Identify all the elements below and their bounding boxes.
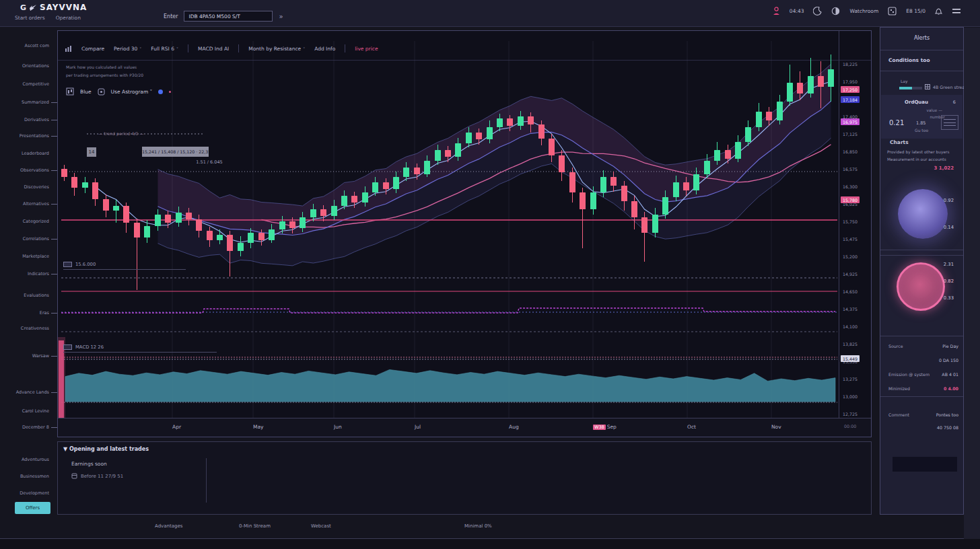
comment-row: CommentPontes too — [888, 412, 958, 417]
sidebar-item[interactable]: Development — [20, 490, 49, 496]
bell-icon[interactable] — [935, 7, 942, 15]
time-tick: Oct — [687, 424, 696, 430]
sidebar-item[interactable]: Leaderboard — [22, 151, 49, 156]
footer-link[interactable]: 0-Min Stream — [239, 523, 271, 529]
right-edge-strip — [964, 28, 980, 539]
ohlc-legend: 15,241 / 15,408 / 15,120 · 22,351 — [142, 147, 209, 157]
alerts-dark-button[interactable] — [893, 457, 957, 472]
sidebar-item[interactable]: Advance Lands — [16, 390, 49, 395]
alerts-panel: Alerts Conditions too Lay 4B Green strea… — [880, 27, 964, 515]
price-tick: 16,850 — [843, 149, 858, 154]
contrast-icon[interactable] — [831, 7, 840, 15]
sidebar-tick — [51, 313, 57, 314]
sidebar-item[interactable]: Summarized — [22, 100, 49, 105]
user-icon[interactable] — [773, 7, 780, 15]
alerts-title: Alerts — [880, 35, 963, 41]
sidebar-item[interactable]: Businessmen — [20, 474, 49, 479]
price-badge: 16,975 — [841, 118, 860, 125]
sidebar-item[interactable]: Adventurous — [22, 457, 49, 462]
sidebar-item[interactable]: Categorized — [23, 219, 49, 224]
sidebar-tick — [51, 274, 57, 274]
volume-indicator-label[interactable]: 15.6.000 — [63, 262, 186, 270]
indicator-icon — [63, 344, 72, 350]
symbol-input[interactable] — [184, 11, 273, 22]
price-tick: 17,125 — [843, 132, 858, 137]
price-tick: 14,100 — [843, 324, 858, 329]
footer-link[interactable]: Minimal 0% — [464, 523, 492, 529]
top-nav-1[interactable]: Operation — [56, 15, 81, 21]
menu-icon[interactable] — [952, 8, 961, 15]
macd-indicator-label[interactable]: MACD 12 26 — [63, 344, 217, 353]
sidebar-item[interactable]: Derivatives — [24, 117, 49, 122]
ratio-label: E8 15/0 — [906, 8, 925, 14]
comment-row: 40 750 08 — [888, 425, 958, 430]
orders-widget[interactable]: OrdQuau 6 value — number 0.21 1.85 Gu to… — [881, 95, 963, 139]
footer-links: Advantages0-Min StreamWebcastMinimal 0% — [57, 523, 872, 534]
sidebar-item[interactable]: Ascott com — [25, 43, 49, 48]
sidebar-item[interactable]: Correlations — [23, 236, 49, 242]
sidebar-item[interactable]: Warsaw — [32, 353, 49, 359]
time-tick: Apr — [172, 424, 181, 430]
desc-value: 3 1,022 — [934, 166, 954, 171]
trend-note: — trend period 4/0 — — [98, 131, 144, 136]
conditions-label[interactable]: Conditions too — [888, 57, 930, 63]
bottom-panel-item[interactable]: Before 11 27/9 51 — [71, 473, 123, 479]
price-tick: 13,000 — [843, 394, 858, 399]
legend-sub-values: 1.51 / 6.045 — [159, 159, 260, 165]
sidebar-tick — [51, 392, 57, 393]
sidebar-item[interactable]: Alternatives — [23, 201, 49, 207]
source-row: Emission @ systemAB 4 01 — [888, 372, 958, 377]
watch-label[interactable]: Watchroom — [849, 8, 878, 14]
bottom-panel-title[interactable]: ▼ Opening and latest trades — [63, 446, 149, 452]
price-tick: 14,925 — [843, 272, 858, 277]
chevrons-icon[interactable]: » — [279, 13, 283, 20]
moon-icon[interactable] — [813, 7, 822, 15]
sidebar-item[interactable]: Indicators — [28, 271, 49, 277]
sidebar-item[interactable]: Discoveries — [24, 184, 49, 190]
symbol-search: Enter » — [164, 11, 283, 22]
price-tick: 15,750 — [843, 219, 858, 224]
price-tick: 14,650 — [843, 289, 858, 294]
source-row: SourcePie Day — [888, 344, 958, 349]
price-axis[interactable]: 18,22517,95017,67517,40017,12516,85016,5… — [839, 31, 872, 418]
sidebar-item[interactable]: Evaluations — [24, 293, 49, 298]
sidebar-tick — [51, 170, 57, 171]
top-nav-0[interactable]: Start orders — [15, 15, 45, 21]
utc-label: 00:00 — [844, 424, 856, 429]
price-badge: 17,250 — [841, 86, 860, 93]
charts-label[interactable]: Charts — [890, 139, 909, 145]
price-tick: 13,275 — [843, 377, 858, 381]
session-time: 04:43 — [790, 8, 804, 14]
divider — [206, 458, 207, 503]
sidebar-item[interactable]: Creativeness — [21, 326, 49, 331]
time-badge: W38 — [593, 425, 606, 430]
price-badge: 15,780 — [841, 196, 860, 203]
sidebar-item[interactable]: Competitive — [22, 81, 49, 87]
logo-g: G — [20, 3, 26, 12]
candlestick-chart[interactable] — [58, 31, 871, 437]
footer-link[interactable]: Webcast — [311, 523, 331, 529]
sidebar-item[interactable]: Eras — [40, 310, 49, 316]
sidebar-item[interactable]: Orientations — [22, 63, 49, 69]
sidebar-item[interactable]: Presentations — [20, 133, 49, 139]
sidebar-action-button[interactable]: Offers — [15, 502, 50, 514]
purple-gauge — [898, 189, 948, 239]
time-axis[interactable]: AprMayJunJulAugW38SepOctNov00:00 — [58, 418, 871, 437]
gauge2-value: 0.33 — [944, 295, 954, 301]
top-bar: G SAYVVNA Start ordersOperation Enter » … — [0, 0, 980, 27]
grid-icon — [925, 84, 930, 89]
sidebar-item[interactable]: Carol Levine — [22, 408, 49, 414]
top-right-cluster: 04:43 Watchroom E8 15/0 — [773, 7, 961, 15]
sidebar-item[interactable]: Marketplace — [22, 254, 49, 259]
sidebar-item[interactable]: December 8 — [22, 425, 49, 430]
apps-grid-icon[interactable] — [888, 7, 897, 15]
price-tick: 14,375 — [843, 307, 858, 312]
chart-card: ComparePeriod 30˅Full RSI 6˅MACD Ind AIM… — [57, 30, 872, 437]
widget-title: OrdQuau — [905, 100, 928, 105]
widget-minibox — [941, 115, 958, 130]
bottom-panel: ▼ Opening and latest trades Earnings soo… — [57, 441, 872, 515]
footer-link[interactable]: Advantages — [155, 523, 182, 529]
app-logo: G SAYVVNA — [20, 3, 87, 12]
sidebar-item[interactable]: Observations — [20, 168, 49, 173]
footer-strip — [0, 539, 980, 549]
